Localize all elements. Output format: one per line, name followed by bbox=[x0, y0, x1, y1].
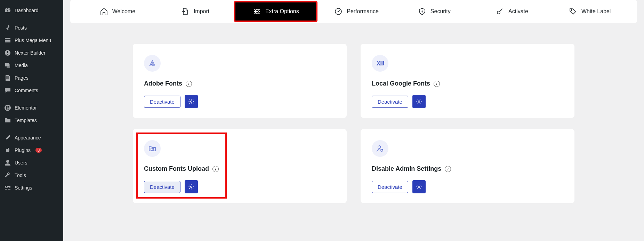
shield-icon bbox=[418, 7, 426, 16]
wrench-icon bbox=[4, 172, 11, 179]
svg-point-32 bbox=[191, 186, 192, 188]
svg-rect-9 bbox=[8, 107, 10, 109]
sidebar-label: Posts bbox=[15, 25, 27, 31]
plugins-badge: 8 bbox=[35, 148, 42, 153]
info-icon[interactable]: i bbox=[434, 81, 440, 87]
svg-point-29 bbox=[418, 101, 420, 103]
tab-label: Import bbox=[194, 8, 209, 15]
sidebar-item-appearance[interactable]: Appearance bbox=[0, 131, 63, 144]
card-local-google-fonts: ⅫB Local Google Fonts i Deactivate bbox=[361, 44, 574, 118]
deactivate-button[interactable]: Deactivate bbox=[372, 181, 408, 193]
sidebar-label: Pages bbox=[15, 75, 29, 81]
svg-point-35 bbox=[418, 186, 420, 188]
svg-point-15 bbox=[258, 11, 259, 12]
sidebar-label: Plugins bbox=[15, 147, 31, 153]
media-icon bbox=[4, 62, 11, 69]
svg-point-27 bbox=[191, 101, 192, 103]
sidebar-item-plugins[interactable]: Plugins 8 bbox=[0, 144, 63, 156]
sidebar-item-pages[interactable]: Pages bbox=[0, 72, 63, 84]
svg-point-23 bbox=[422, 11, 422, 11]
info-icon[interactable]: i bbox=[186, 81, 192, 87]
import-icon bbox=[181, 7, 190, 16]
folder-icon bbox=[4, 117, 11, 124]
brush-icon bbox=[4, 134, 11, 141]
sidebar-item-mega-menu[interactable]: Plus Mega Menu bbox=[0, 34, 63, 47]
deactivate-button[interactable]: Deactivate bbox=[372, 96, 408, 108]
info-icon[interactable]: i bbox=[445, 166, 451, 172]
settings-button[interactable] bbox=[412, 95, 426, 108]
sidebar-item-templates[interactable]: Templates bbox=[0, 114, 63, 127]
gauge-icon bbox=[334, 7, 343, 16]
pin-icon bbox=[4, 24, 11, 31]
sidebar-label: Users bbox=[15, 160, 27, 166]
home-icon bbox=[100, 7, 108, 16]
svg-rect-10 bbox=[8, 109, 10, 110]
sidebar-item-settings[interactable]: Settings bbox=[0, 182, 63, 194]
sidebar-item-elementor[interactable]: Elementor bbox=[0, 102, 63, 114]
tabs-bar: Welcome Import Extra Options Performance… bbox=[70, 0, 637, 23]
tab-label: Performance bbox=[347, 8, 379, 15]
svg-text:ⅫB: ⅫB bbox=[376, 61, 384, 66]
card-title: Disable Admin Settings bbox=[372, 165, 441, 172]
sidebar-label: Nexter Builder bbox=[15, 50, 46, 56]
sidebar-item-users[interactable]: Users bbox=[0, 156, 63, 169]
sidebar-label: Appearance bbox=[15, 135, 41, 140]
plug-icon bbox=[4, 147, 11, 154]
svg-rect-1 bbox=[5, 40, 10, 41]
tab-import[interactable]: Import bbox=[156, 3, 234, 20]
sidebar-label: Dashboard bbox=[15, 8, 39, 13]
cards-grid: Adobe Fonts i Deactivate ⅫB Local Google… bbox=[63, 23, 644, 217]
svg-point-22 bbox=[338, 11, 339, 12]
sidebar-label: Elementor bbox=[15, 105, 37, 111]
elementor-icon bbox=[4, 104, 11, 111]
folder-font-icon: T bbox=[144, 140, 161, 157]
sidebar-label: Plus Mega Menu bbox=[15, 38, 51, 43]
settings-button[interactable] bbox=[185, 95, 198, 108]
sidebar-label: Templates bbox=[15, 118, 37, 123]
svg-point-33 bbox=[378, 146, 381, 148]
settings-button[interactable] bbox=[185, 180, 198, 193]
tab-white-label[interactable]: White Label bbox=[551, 3, 629, 20]
alert-icon bbox=[4, 49, 11, 56]
tag-icon bbox=[569, 7, 577, 16]
deactivate-button[interactable]: Deactivate bbox=[144, 96, 180, 108]
tab-welcome[interactable]: Welcome bbox=[79, 3, 156, 20]
admin-sidebar: Dashboard Posts Plus Mega Menu Nexter Bu… bbox=[0, 0, 63, 241]
deactivate-button[interactable]: Deactivate bbox=[144, 181, 180, 193]
sidebar-item-media[interactable]: Media bbox=[0, 59, 63, 72]
card-adobe-fonts: Adobe Fonts i Deactivate bbox=[133, 44, 347, 118]
sliders-icon bbox=[4, 184, 11, 191]
options-icon bbox=[253, 7, 261, 16]
sidebar-item-comments[interactable]: Comments bbox=[0, 84, 63, 97]
svg-point-26 bbox=[571, 10, 572, 11]
tab-label: Activate bbox=[508, 8, 528, 15]
svg-rect-7 bbox=[6, 106, 7, 110]
user-gear-icon bbox=[372, 140, 388, 157]
svg-point-11 bbox=[6, 160, 9, 163]
svg-text:T: T bbox=[152, 148, 153, 150]
card-title: Local Google Fonts bbox=[372, 80, 430, 87]
svg-rect-5 bbox=[7, 54, 8, 55]
info-icon[interactable]: i bbox=[212, 166, 219, 172]
svg-rect-8 bbox=[8, 106, 10, 107]
tab-extra-options[interactable]: Extra Options bbox=[234, 1, 317, 22]
svg-point-34 bbox=[381, 149, 383, 151]
sidebar-label: Settings bbox=[15, 185, 32, 191]
tab-label: Security bbox=[430, 8, 451, 15]
sidebar-item-dashboard[interactable]: Dashboard bbox=[0, 4, 63, 17]
tab-activate[interactable]: Activate bbox=[473, 3, 551, 20]
svg-rect-2 bbox=[5, 41, 10, 42]
tab-security[interactable]: Security bbox=[395, 3, 473, 20]
user-icon bbox=[4, 159, 11, 166]
sidebar-item-nexter[interactable]: Nexter Builder bbox=[0, 47, 63, 59]
google-fonts-icon: ⅫB bbox=[372, 55, 388, 72]
speedometer-icon bbox=[4, 7, 11, 14]
tab-performance[interactable]: Performance bbox=[317, 3, 395, 20]
svg-point-18 bbox=[255, 13, 256, 14]
card-disable-admin-settings: Disable Admin Settings i Deactivate bbox=[361, 129, 574, 203]
sidebar-item-tools[interactable]: Tools bbox=[0, 169, 63, 182]
card-title: Adobe Fonts bbox=[144, 80, 182, 87]
settings-button[interactable] bbox=[412, 180, 426, 193]
sidebar-item-posts[interactable]: Posts bbox=[0, 22, 63, 34]
svg-point-12 bbox=[255, 9, 256, 10]
